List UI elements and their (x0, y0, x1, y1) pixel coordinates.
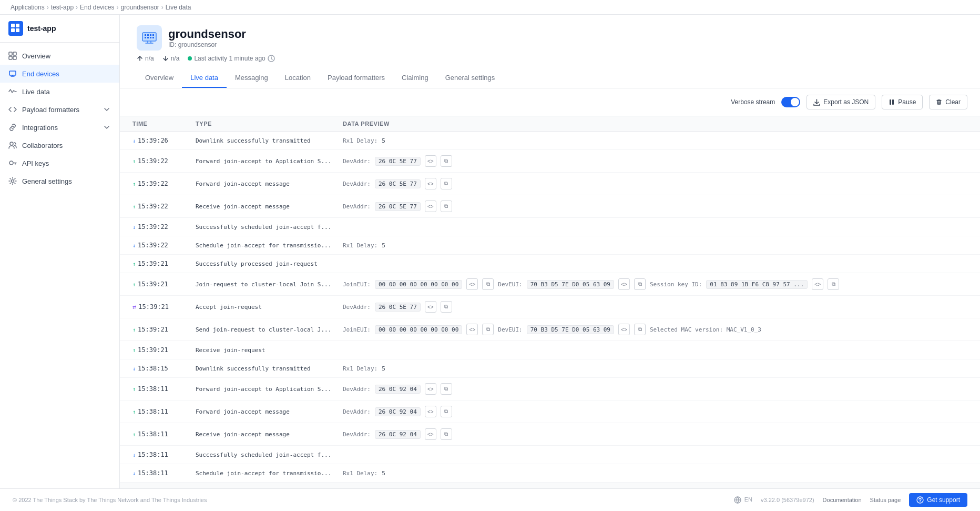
code-view-button[interactable]: <> (618, 278, 630, 290)
row-time: ↑ 15:39:21 (132, 326, 196, 333)
table-row: ↑ 15:39:22 Forward join-accept message D… (120, 173, 980, 195)
code-view-button[interactable]: <> (425, 383, 436, 395)
code-view-button[interactable]: <> (466, 278, 478, 290)
sidebar-item-end-devices[interactable]: End devices (0, 65, 119, 83)
sidebar-item-live-data[interactable]: Live data (0, 83, 119, 101)
copy-button[interactable]: ⧉ (441, 383, 452, 395)
copy-button[interactable]: ⧉ (441, 201, 452, 212)
direction-down-icon: ↓ (132, 243, 136, 248)
footer-documentation-link[interactable]: Documentation (823, 497, 862, 503)
tab-overview[interactable]: Overview (137, 68, 182, 88)
row-type: Receive join-request (196, 347, 343, 354)
row-type: Schedule join-accept for transmissio... (196, 242, 343, 249)
sidebar-item-overview[interactable]: Overview (0, 47, 119, 65)
sidebar-item-integrations[interactable]: Integrations (0, 118, 119, 136)
uplink-stat: n/a (137, 55, 154, 62)
status-dot (188, 56, 192, 61)
get-support-button[interactable]: Get support (909, 493, 967, 507)
export-json-button[interactable]: Export as JSON (807, 95, 875, 109)
row-type: Schedule join-accept for transmissio... (196, 470, 343, 477)
sidebar-item-api-keys-label: API keys (22, 159, 49, 167)
tab-location[interactable]: Location (277, 68, 319, 88)
row-preview: DevAddr: 26 0C 92 04 <> ⧉ (343, 383, 967, 395)
svg-rect-18 (150, 37, 151, 38)
row-type: Successfully scheduled join-accept f... (196, 452, 343, 458)
row-time: ↑ 15:38:11 (132, 408, 196, 415)
svg-rect-6 (9, 56, 12, 59)
code-view-button[interactable]: <> (425, 201, 436, 212)
direction-up-icon: ↑ (132, 386, 136, 392)
copy-button[interactable]: ⧉ (634, 278, 646, 290)
sidebar-item-collaborators[interactable]: Collaborators (0, 136, 119, 154)
footer-right: EN v3.22.0 (56379e972) Documentation Sta… (734, 493, 967, 507)
table-row: ↑ 15:39:21 Send join-request to cluster-… (120, 318, 980, 341)
row-time: ↑ 15:39:22 (132, 180, 196, 187)
verbose-stream-toggle[interactable] (781, 97, 800, 107)
code-view-button[interactable]: <> (618, 324, 630, 335)
row-time: ↓ 15:38:11 (132, 469, 196, 477)
get-support-label: Get support (927, 496, 960, 504)
device-name: groundsensor (168, 27, 246, 41)
code-view-button[interactable]: <> (425, 406, 436, 417)
svg-rect-12 (145, 34, 146, 36)
svg-rect-7 (13, 56, 16, 59)
tab-messaging[interactable]: Messaging (227, 68, 277, 88)
breadcrumb-groundsensor[interactable]: groundsensor (120, 4, 159, 11)
copy-button[interactable]: ⧉ (441, 301, 452, 313)
last-activity: Last activity 1 minute ago (188, 55, 274, 62)
row-preview: DevAddr: 26 0C 5E 77 <> ⧉ (343, 155, 967, 167)
table-row: ⇄ 15:39:21 Accept join-request DevAddr: … (120, 296, 980, 318)
copy-button[interactable]: ⧉ (441, 155, 452, 167)
app-logo (8, 21, 23, 36)
copy-button[interactable]: ⧉ (828, 278, 839, 290)
device-tabs: Overview Live data Messaging Location Pa… (137, 68, 963, 88)
copy-button[interactable]: ⧉ (482, 278, 494, 290)
table-row: ↑ 15:39:22 Receive join-accept message D… (120, 195, 980, 218)
tab-general-settings[interactable]: General settings (437, 68, 504, 88)
sidebar-item-general-settings-label: General settings (22, 177, 72, 185)
pause-label: Pause (898, 98, 916, 106)
copy-button[interactable]: ⧉ (482, 324, 494, 335)
code-view-button[interactable]: <> (425, 178, 436, 189)
verbose-stream-label: Verbose stream (731, 98, 775, 106)
pause-button[interactable]: Pause (882, 95, 923, 109)
row-preview: Rx1 Delay: 5 (343, 137, 967, 144)
row-time: ↑ 15:39:21 (132, 280, 196, 288)
breadcrumb-end-devices[interactable]: End devices (80, 4, 114, 11)
sidebar-item-api-keys[interactable]: API keys (0, 154, 119, 172)
copy-button[interactable]: ⧉ (441, 428, 452, 440)
app-name: test-app (27, 24, 56, 33)
sidebar-item-payload-formatters[interactable]: Payload formatters (0, 101, 119, 118)
clear-button[interactable]: Clear (929, 95, 967, 109)
copy-button[interactable]: ⧉ (441, 178, 452, 189)
copy-button[interactable]: ⧉ (634, 324, 646, 335)
breadcrumb-applications[interactable]: Applications (11, 4, 45, 11)
direction-down-icon: ↓ (132, 366, 136, 372)
tab-payload-formatters[interactable]: Payload formatters (319, 68, 393, 88)
code-view-button[interactable]: <> (466, 324, 478, 335)
tab-claiming[interactable]: Claiming (393, 68, 437, 88)
direction-up-icon: ↑ (132, 204, 136, 209)
tab-live-data[interactable]: Live data (182, 68, 227, 88)
copy-button[interactable]: ⧉ (441, 406, 452, 417)
code-view-button[interactable]: <> (425, 155, 436, 167)
row-time: ↑ 15:39:22 (132, 203, 196, 210)
breadcrumb-testapp[interactable]: test-app (51, 4, 74, 11)
sidebar-item-payload-formatters-label: Payload formatters (22, 106, 79, 114)
chevron-down-icon (103, 105, 111, 114)
code-view-button[interactable]: <> (812, 278, 823, 290)
row-time: ↑ 15:38:11 (132, 430, 196, 438)
sidebar-item-end-devices-label: End devices (22, 70, 59, 78)
table-row: ↑ 15:38:11 Forward join-accept to Applic… (120, 378, 980, 400)
svg-rect-17 (147, 37, 149, 38)
footer-copyright: © 2022 The Things Stack by The Things Ne… (13, 497, 207, 503)
sidebar-item-general-settings[interactable]: General settings (0, 172, 119, 190)
code-view-button[interactable]: <> (425, 428, 436, 440)
row-type: Receive join-accept message (196, 431, 343, 438)
code-view-button[interactable]: <> (425, 301, 436, 313)
footer-status-link[interactable]: Status page (870, 497, 901, 503)
svg-rect-1 (16, 24, 19, 27)
device-header: groundsensor ID: groundsensor n/a n/a La… (120, 15, 980, 88)
breadcrumb-current: Live data (166, 4, 191, 11)
row-time: ↓ 15:39:22 (132, 223, 196, 231)
